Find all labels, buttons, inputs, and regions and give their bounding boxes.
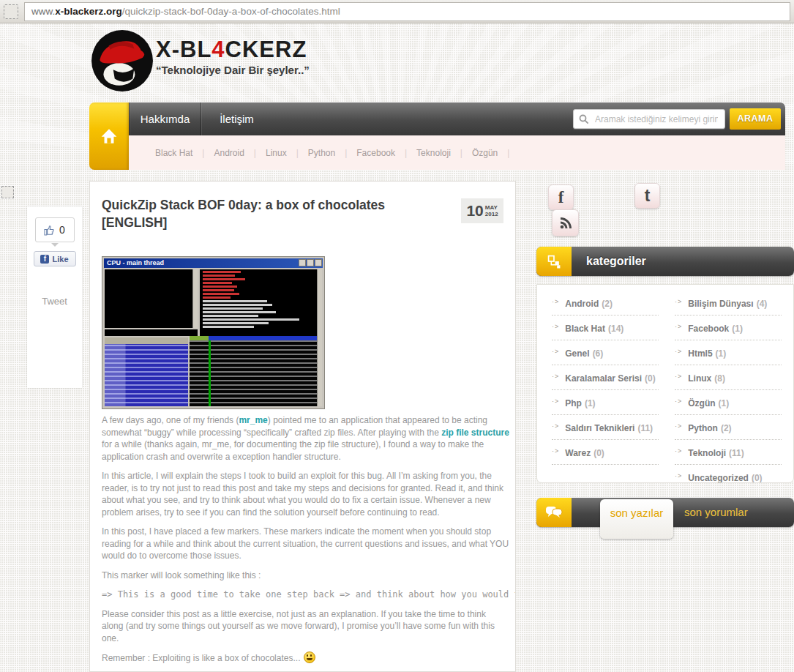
search-input[interactable] (593, 113, 719, 125)
category-html5[interactable]: ·>Html5(1) (675, 340, 782, 365)
category-teknoloji[interactable]: ·>Teknoloji(11) (675, 440, 782, 465)
link-mr-me[interactable]: mr_me (239, 415, 267, 425)
browser-address-bar: www.x-blackerz.org/quickzip-stack-bof-0d… (0, 0, 794, 23)
twitter-social-button[interactable]: t (634, 183, 660, 209)
like-count-box: 0 (35, 217, 75, 242)
url-www: www. (31, 6, 55, 17)
subnav-link-python[interactable]: Python (308, 148, 335, 158)
arrow-bullet-icon: ·> (552, 447, 559, 455)
placeholder-box-icon (1, 186, 14, 198)
subnav-link-teknoloji[interactable]: Teknoloji (416, 148, 451, 158)
post-title: QuickZip Stack BOF 0day: a box of chocol… (102, 197, 444, 231)
search-icon (579, 114, 589, 124)
arrow-bullet-icon: ·> (552, 397, 559, 405)
link-zip-file-structure[interactable]: zip file structure (441, 428, 509, 438)
tab-son-yorumlar[interactable]: son yorumlar (684, 498, 748, 527)
facebook-social-button[interactable]: f (548, 184, 574, 210)
site-logo[interactable]: X-BL4CKERZ “Teknolojiye Dair Bir şeyler.… (91, 29, 310, 92)
arrow-bullet-icon: ·> (552, 422, 559, 430)
debugger-registers-panel (200, 269, 322, 336)
paragraph-2: In this article, I will explain the step… (102, 470, 509, 518)
category-saldiri-teknikleri[interactable]: ·>Saldırı Teknikleri(11) (552, 415, 659, 440)
tab-son-yazilar[interactable]: son yazılar (600, 499, 673, 539)
arrow-bullet-icon: ·> (552, 298, 559, 305)
url-domain: x-blackerz.org (55, 6, 122, 17)
jump-path-line (209, 340, 211, 406)
nav-tab-hakkimda[interactable]: Hakkımda (129, 102, 201, 135)
debugger-stack-panel (105, 337, 188, 406)
home-icon (100, 128, 118, 144)
post-date-badge: 10 MAY2012 (461, 198, 503, 223)
arrow-bullet-icon: ·> (552, 373, 559, 380)
paragraph-1: A few days ago, one of my friends (mr_me… (102, 414, 509, 463)
category-php[interactable]: ·>Php(1) (552, 390, 659, 415)
category-python[interactable]: ·>Python(2) (675, 415, 782, 440)
like-count: 0 (59, 224, 65, 236)
arrow-bullet-icon: ·> (675, 397, 682, 405)
category-android[interactable]: ·>Android(2) (552, 291, 659, 316)
main-navbar: Hakkımda İletişim ARAMA (129, 102, 785, 135)
facebook-icon: f (40, 255, 49, 264)
category-warez[interactable]: ·>Warez(0) (552, 440, 659, 465)
recent-icon-box (536, 498, 572, 527)
favicon-placeholder-icon (4, 4, 18, 19)
tweet-button[interactable]: Tweet (27, 296, 82, 307)
paragraph-6: Remember : Exploiting is like a box of c… (102, 652, 509, 665)
category-bilisim-dunyasi[interactable]: ·>Bilişim Dünyası(4) (675, 291, 782, 316)
debugger-dump-panel (190, 336, 322, 406)
sitemap-icon (547, 255, 561, 269)
categories-column-right: ·>Bilişim Dünyası(4) ·>Facebook(1) ·>Htm… (675, 291, 782, 477)
post-header: QuickZip Stack BOF 0day: a box of chocol… (102, 197, 503, 231)
categories-title: kategoriler (586, 247, 646, 276)
search-submit-button[interactable]: ARAMA (730, 108, 781, 130)
logo-accent: 4 (211, 37, 225, 62)
search-box (573, 109, 725, 129)
url-path: /quickzip-stack-bof-0day-a-box-of-chocol… (122, 6, 340, 17)
debugger-window-titlebar: CPU - main thread (104, 258, 323, 268)
share-widget: 0 f Like Tweet (27, 206, 82, 388)
arrow-bullet-icon: ·> (675, 348, 682, 355)
smiley-icon (304, 652, 315, 663)
debugger-disasm-panel (105, 269, 198, 328)
category-facebook[interactable]: ·>Facebook(1) (675, 316, 782, 340)
rss-social-button[interactable] (552, 209, 579, 236)
category-genel[interactable]: ·>Genel(6) (552, 340, 659, 365)
address-field[interactable]: www.x-blackerz.org/quickzip-stack-bof-0d… (24, 2, 790, 21)
subnav-link-linux[interactable]: Linux (266, 148, 287, 158)
debugger-panel-strip (105, 329, 198, 336)
category-black-hat[interactable]: ·>Black Hat(14) (552, 316, 659, 340)
category-karalamalar-serisi[interactable]: ·>Karalamalar Serisi(0) (552, 365, 659, 390)
arrow-bullet-icon: ·> (552, 348, 559, 355)
redhat-logo-icon (91, 29, 154, 92)
arrow-bullet-icon: ·> (675, 447, 682, 455)
subnav-separator: | (202, 148, 204, 158)
count-pointer (51, 243, 59, 247)
subnav-link-black-hat[interactable]: Black Hat (155, 148, 192, 158)
arrow-bullet-icon: ·> (675, 323, 682, 330)
category-uncategorized[interactable]: ·>Uncategorized(0) (675, 465, 782, 483)
nav-tab-iletisim[interactable]: İletişim (201, 102, 272, 135)
category-linux[interactable]: ·>Linux(8) (675, 365, 782, 390)
date-month-year: MAY2012 (485, 204, 498, 217)
logo-text: X-BL4CKERZ “Teknolojiye Dair Bir şeyler.… (156, 38, 310, 76)
subnav-link-facebook[interactable]: Facebook (356, 148, 395, 158)
arrow-bullet-icon: ·> (552, 323, 559, 330)
subnav: Black Hat| Android| Linux| Python| Faceb… (129, 135, 785, 170)
article-body: A few days ago, one of my friends (mr_me… (102, 414, 503, 672)
subnav-link-android[interactable]: Android (214, 148, 244, 158)
registers-noise (200, 269, 322, 336)
subnav-link-ozgun[interactable]: Özgün (472, 148, 498, 158)
arrow-bullet-icon: ·> (675, 373, 682, 380)
arrow-bullet-icon: ·> (675, 472, 682, 479)
ollydbg-screenshot-image: CPU - main thread (102, 256, 325, 409)
like-label: Like (52, 255, 68, 264)
marker-code-line: => This is a good time to take one step … (102, 589, 509, 601)
arrow-bullet-icon: ·> (675, 422, 682, 430)
home-button[interactable] (89, 102, 129, 170)
paragraph-5: Please consider this post as a little ex… (102, 608, 509, 645)
arrow-bullet-icon: ·> (675, 298, 682, 305)
category-ozgun[interactable]: ·>Özgün(1) (675, 390, 782, 415)
facebook-like-button[interactable]: f Like (34, 251, 76, 266)
categories-column-left: ·>Android(2) ·>Black Hat(14) ·>Genel(6) … (552, 291, 659, 477)
rss-icon (559, 217, 572, 230)
